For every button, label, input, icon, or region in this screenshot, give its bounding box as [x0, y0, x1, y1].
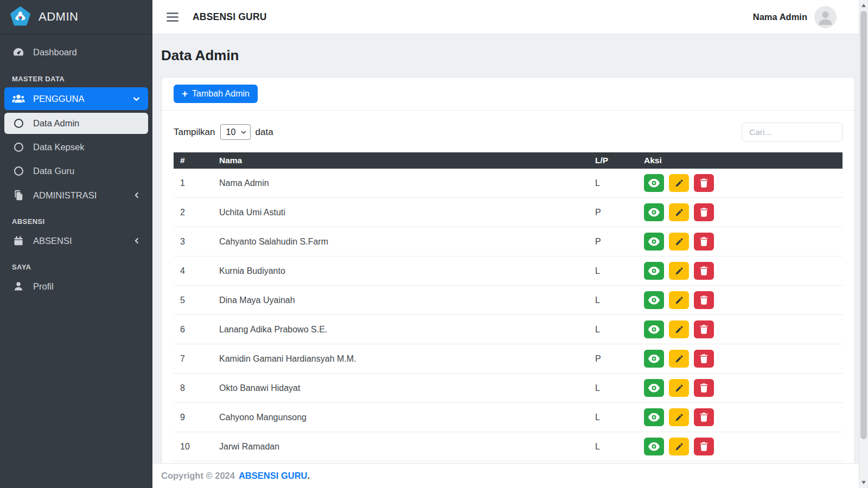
table-row: 9 Cahyono Mangunsong L: [174, 403, 843, 432]
sidebar-item-data-guru[interactable]: Data Guru: [4, 160, 148, 182]
eye-icon: [648, 325, 660, 334]
table-header-row: # Nama L/P Aksi: [174, 152, 843, 169]
sidebar-item-pengguna[interactable]: PENGGUNA: [4, 87, 148, 110]
edit-button[interactable]: [669, 379, 689, 397]
action-buttons: [644, 379, 837, 397]
edit-button[interactable]: [669, 203, 689, 221]
delete-button[interactable]: [694, 350, 714, 368]
sidebar-item-label: ADMINISTRASI: [33, 190, 97, 201]
add-admin-button[interactable]: + Tambah Admin: [174, 85, 258, 103]
delete-button[interactable]: [694, 438, 714, 455]
pencil-icon: [675, 442, 684, 451]
chevron-left-icon: [133, 237, 141, 245]
scroll-up-arrow[interactable]: [861, 4, 866, 7]
edit-button[interactable]: [669, 438, 689, 455]
speedometer-icon: [12, 46, 25, 58]
cell-no: 10: [174, 432, 214, 461]
cell-no: 2: [174, 198, 214, 227]
view-button[interactable]: [644, 379, 664, 397]
sidebar-item-absensi[interactable]: ABSENSI: [4, 230, 148, 252]
menu-toggle-icon[interactable]: [167, 10, 178, 24]
cell-no: 1: [174, 169, 214, 198]
sidebar-item-data-admin[interactable]: Data Admin: [4, 113, 148, 134]
view-button[interactable]: [644, 262, 664, 280]
scrollbar-thumb[interactable]: [860, 11, 867, 439]
delete-button[interactable]: [694, 203, 714, 221]
cell-nama: Kamidin Gamani Hardiansyah M.M.: [214, 344, 590, 374]
table-row: 2 Uchita Umi Astuti P: [174, 198, 843, 227]
edit-button[interactable]: [669, 350, 689, 368]
view-button[interactable]: [644, 438, 664, 455]
view-button[interactable]: [644, 350, 664, 368]
eye-icon: [648, 442, 660, 451]
sidebar-item-profil[interactable]: Profil: [4, 275, 148, 297]
edit-button[interactable]: [669, 262, 689, 280]
view-button[interactable]: [644, 291, 664, 309]
action-buttons: [644, 262, 837, 280]
cell-no: 8: [174, 374, 214, 403]
delete-button[interactable]: [694, 408, 714, 426]
edit-button[interactable]: [669, 174, 689, 192]
col-header-no: #: [174, 152, 214, 169]
sidebar-section-master-data: MASTER DATA: [4, 66, 148, 87]
pencil-icon: [675, 384, 684, 393]
table-row: 4 Kurnia Budiyanto L: [174, 256, 843, 286]
delete-button[interactable]: [694, 379, 714, 397]
cell-no: 7: [174, 344, 214, 374]
view-button[interactable]: [644, 174, 664, 192]
col-header-lp: L/P: [590, 152, 639, 169]
cell-lp: L: [590, 169, 639, 198]
cell-nama: Cahyono Mangunsong: [214, 403, 590, 432]
edit-button[interactable]: [669, 233, 689, 251]
footer-brand-link[interactable]: ABSENSI GURU: [239, 471, 308, 481]
footer-period: .: [307, 471, 310, 481]
card-header: + Tambah Admin: [162, 78, 854, 111]
ministry-logo-icon: [9, 6, 31, 28]
pencil-icon: [675, 325, 684, 334]
chevron-left-icon: [133, 191, 141, 199]
user-menu[interactable]: Nama Admin: [753, 6, 853, 28]
page-size-select[interactable]: 10: [220, 124, 251, 140]
cell-lp: L: [590, 315, 639, 344]
sidebar-brand[interactable]: ADMIN: [0, 0, 152, 34]
table-row: 3 Cahyanto Salahudin S.Farm P: [174, 227, 843, 256]
page-size-label-after: data: [256, 127, 273, 138]
delete-button[interactable]: [694, 320, 714, 338]
delete-button[interactable]: [694, 291, 714, 309]
action-buttons: [644, 438, 837, 455]
eye-icon: [648, 383, 660, 393]
delete-button[interactable]: [694, 233, 714, 251]
trash-icon: [700, 296, 708, 305]
delete-button[interactable]: [694, 174, 714, 192]
cell-lp: L: [590, 256, 639, 286]
scroll-down-arrow[interactable]: [861, 481, 866, 484]
edit-button[interactable]: [669, 320, 689, 338]
cell-no: 3: [174, 227, 214, 256]
search-input[interactable]: [742, 123, 843, 142]
brand-title: ADMIN: [39, 10, 78, 24]
trash-icon: [700, 442, 708, 451]
sidebar-item-data-kepsek[interactable]: Data Kepsek: [4, 137, 148, 158]
eye-icon: [648, 178, 660, 188]
edit-button[interactable]: [669, 408, 689, 426]
delete-button[interactable]: [694, 262, 714, 280]
view-button[interactable]: [644, 408, 664, 426]
table-row: 1 Nama Admin L: [174, 169, 843, 198]
eye-icon: [648, 413, 660, 422]
cell-nama: Dina Maya Uyainah: [214, 286, 590, 315]
trash-icon: [700, 266, 708, 275]
page-size-control: Tampilkan 10 data: [174, 124, 273, 140]
sidebar: ADMIN Dashboard MASTER DATA: [0, 0, 152, 488]
cell-no: 5: [174, 286, 214, 315]
sidebar-item-label: Data Admin: [33, 118, 79, 129]
avatar[interactable]: [814, 6, 837, 28]
cell-aksi: [639, 169, 843, 198]
sidebar-item-administrasi[interactable]: ADMINISTRASI: [4, 184, 148, 206]
view-button[interactable]: [644, 320, 664, 338]
action-buttons: [644, 408, 837, 426]
sidebar-item-dashboard[interactable]: Dashboard: [4, 41, 148, 63]
edit-button[interactable]: [669, 291, 689, 309]
view-button[interactable]: [644, 233, 664, 251]
table-row: 5 Dina Maya Uyainah L: [174, 286, 843, 315]
view-button[interactable]: [644, 203, 664, 221]
